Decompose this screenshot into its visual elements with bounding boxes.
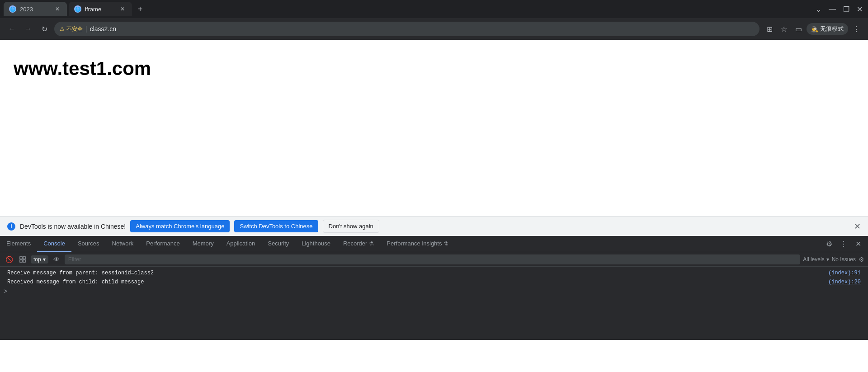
tab-application[interactable]: Application	[220, 236, 262, 252]
window-list-button[interactable]: ⌄	[814, 3, 823, 15]
bookmark-button[interactable]: ☆	[778, 23, 790, 35]
svg-rect-2	[20, 260, 22, 262]
eye-button[interactable]: 👁	[51, 254, 62, 265]
tab-performance-insights[interactable]: Performance insights ⚗	[380, 236, 455, 252]
tab-security-label: Security	[268, 240, 289, 247]
tab-performance[interactable]: Performance	[140, 236, 186, 252]
forward-button[interactable]: →	[22, 23, 34, 35]
tab-elements[interactable]: Elements	[0, 236, 37, 252]
tab-2023[interactable]: 🌐 2023 ✕	[4, 2, 67, 16]
no-issues-label: No Issues	[832, 256, 856, 263]
all-levels-label: All levels	[803, 256, 824, 263]
tab-iframe-close[interactable]: ✕	[118, 5, 127, 13]
tab-lighthouse[interactable]: Lighthouse	[295, 236, 337, 252]
reload-button[interactable]: ↻	[38, 23, 51, 35]
console-line-2-link[interactable]: (index):20	[828, 279, 861, 285]
tab-console-label: Console	[43, 240, 65, 247]
tab-application-label: Application	[226, 240, 255, 247]
devtools-tab-actions: ⚙ ⋮ ✕	[823, 238, 868, 250]
context-selector[interactable]: top ▾	[31, 255, 48, 264]
warning-triangle-icon: ⚠	[60, 26, 65, 32]
tab-recorder-label: Recorder	[343, 240, 367, 247]
security-label: 不安全	[66, 25, 83, 33]
address-bar[interactable]: ⚠ 不安全 | class2.cn	[54, 22, 760, 36]
tab-iframe-title: iframe	[85, 6, 115, 13]
minimize-button[interactable]: —	[827, 3, 838, 15]
browser-toolbar: ← → ↻ ⚠ 不安全 | class2.cn ⊞ ☆ ▭ 🕵 无痕模式 ⋮	[0, 18, 868, 40]
tab-iframe[interactable]: 🌐 iframe ✕	[69, 2, 132, 16]
menu-button[interactable]: ⋮	[850, 23, 863, 35]
devtools-panel: Elements Console Sources Network Perform…	[0, 236, 868, 340]
window-controls: ⌄ — ❐ ✕	[814, 3, 864, 15]
console-line-1-text: Receive message from parent: sessionid=c…	[7, 270, 828, 276]
clear-console-button[interactable]: 🚫	[4, 254, 14, 265]
context-label: top	[33, 256, 41, 263]
toolbar-actions: ⊞ ☆ ▭ 🕵 无痕模式 ⋮	[763, 23, 863, 35]
tab-performance-insights-label: Performance insights	[387, 240, 442, 247]
tab-iframe-icon: 🌐	[74, 5, 81, 13]
page-content: www.test1.com	[0, 40, 868, 216]
tab-network-label: Network	[112, 240, 134, 247]
notification-text: DevTools is now available in Chinese!	[20, 223, 126, 230]
back-button[interactable]: ←	[5, 23, 18, 35]
tab-console[interactable]: Console	[37, 236, 71, 252]
devtools-more-button[interactable]: ⋮	[837, 238, 850, 250]
sidebar-button[interactable]: ▭	[792, 23, 805, 35]
dont-show-button[interactable]: Don't show again	[323, 220, 379, 233]
incognito-icon: 🕵	[811, 26, 818, 33]
tab-sources-label: Sources	[78, 240, 99, 247]
info-icon: i	[7, 222, 15, 231]
tab-elements-label: Elements	[6, 240, 31, 247]
tab-security[interactable]: Security	[261, 236, 295, 252]
svg-rect-0	[20, 257, 22, 259]
security-warning: ⚠ 不安全	[60, 25, 83, 33]
console-line-1: Receive message from parent: sessionid=c…	[0, 268, 868, 278]
performance-insights-flask-icon: ⚗	[443, 240, 448, 247]
tab-network[interactable]: Network	[106, 236, 140, 252]
close-button[interactable]: ✕	[855, 3, 864, 15]
translate-button[interactable]: ⊞	[763, 23, 776, 35]
console-prompt[interactable]: >	[0, 287, 868, 296]
console-line-2: Received message from child: child messa…	[0, 278, 868, 287]
devtools-notification: i DevTools is now available in Chinese! …	[0, 216, 868, 236]
console-output: Receive message from parent: sessionid=c…	[0, 267, 868, 340]
console-settings-icon[interactable]: ⚙	[859, 256, 864, 263]
incognito-label: 无痕模式	[820, 25, 844, 33]
tab-sources[interactable]: Sources	[71, 236, 106, 252]
address-separator: |	[85, 25, 87, 33]
inspect-button[interactable]	[17, 254, 28, 265]
console-filter-input[interactable]	[65, 254, 801, 264]
tab-performance-label: Performance	[146, 240, 179, 247]
incognito-badge[interactable]: 🕵 无痕模式	[807, 23, 848, 35]
switch-chinese-button[interactable]: Switch DevTools to Chinese	[234, 220, 318, 232]
devtools-close-button[interactable]: ✕	[852, 238, 864, 250]
console-line-1-link[interactable]: (index):91	[828, 270, 861, 276]
console-toolbar: 🚫 top ▾ 👁 All levels ▾ No Issues ⚙	[0, 252, 868, 267]
devtools-tabs: Elements Console Sources Network Perform…	[0, 236, 868, 252]
notification-close-button[interactable]: ✕	[854, 221, 861, 231]
all-levels-chevron-icon: ▾	[826, 256, 829, 263]
context-dropdown-icon: ▾	[43, 256, 46, 263]
address-text: class2.cn	[90, 25, 116, 33]
tab-2023-icon: 🌐	[9, 5, 16, 13]
tab-2023-title: 2023	[20, 6, 50, 13]
maximize-button[interactable]: ❐	[841, 3, 851, 15]
console-line-2-text: Received message from child: child messa…	[7, 279, 828, 285]
tab-lighthouse-label: Lighthouse	[302, 240, 330, 247]
title-bar: 🌐 2023 ✕ 🌐 iframe ✕ + ⌄ — ❐ ✕	[0, 0, 868, 18]
tab-2023-close[interactable]: ✕	[53, 5, 61, 13]
devtools-settings-button[interactable]: ⚙	[823, 238, 835, 250]
svg-rect-1	[23, 257, 25, 259]
always-match-button[interactable]: Always match Chrome's language	[130, 220, 230, 232]
tab-memory-label: Memory	[193, 240, 214, 247]
page-heading: www.test1.com	[14, 58, 151, 80]
svg-rect-3	[23, 260, 25, 262]
all-levels-dropdown[interactable]: All levels ▾	[803, 256, 829, 263]
console-prompt-symbol: >	[4, 287, 7, 295]
recorder-flask-icon: ⚗	[369, 240, 374, 247]
new-tab-button[interactable]: +	[134, 3, 146, 15]
tab-memory[interactable]: Memory	[186, 236, 220, 252]
tab-recorder[interactable]: Recorder ⚗	[337, 236, 380, 252]
